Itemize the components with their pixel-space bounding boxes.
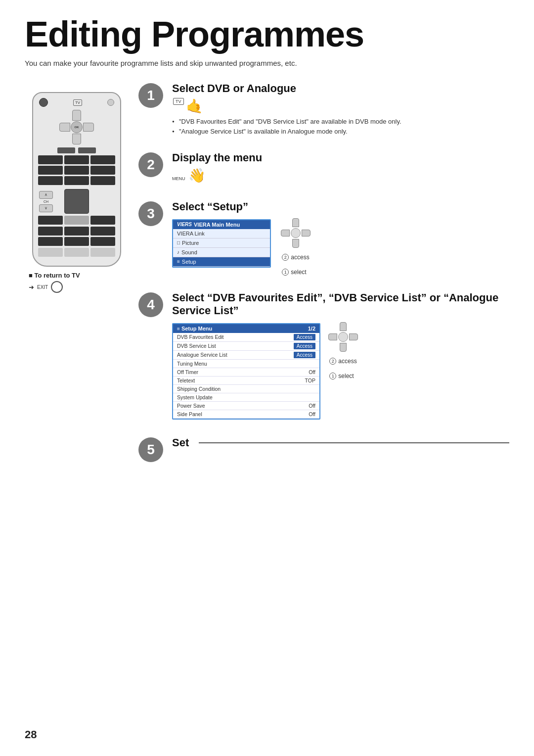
page-number: 28 — [25, 728, 37, 741]
remote-btn-e[interactable] — [64, 227, 89, 236]
remote-num-9[interactable] — [90, 176, 115, 185]
remote-ch-up[interactable]: ∧ — [39, 191, 53, 199]
exit-button[interactable] — [51, 281, 63, 293]
remote-top-left-btn[interactable] — [39, 98, 48, 107]
menu-item-picture-label: Picture — [182, 240, 199, 246]
exit-text: EXIT — [37, 284, 48, 290]
remote-btn-b[interactable] — [64, 216, 89, 225]
step-5: 5 Set — [138, 436, 509, 462]
menu-text-label: MENU — [172, 176, 185, 181]
remote-ch-section: ∧ CH ∨ — [39, 189, 114, 214]
viera-logo: VIERS — [177, 222, 192, 227]
remote-btn-g[interactable] — [38, 237, 63, 246]
remote-num-1[interactable] — [38, 155, 63, 164]
nav-down-4 — [340, 343, 347, 352]
nav-right-3 — [302, 230, 311, 236]
step-3-content: Select “Setup” VIERS VIERA Main Menu VIE… — [172, 200, 509, 278]
access-label-3: 2 access — [282, 254, 309, 261]
access-text-3: access — [291, 254, 309, 261]
nav-dpad-4 — [328, 322, 358, 352]
access-text-4: access — [338, 358, 356, 365]
main-menu-box: VIERS VIERA Main Menu VIERA Link □ Pictu… — [172, 219, 271, 268]
remote-grid-1 — [38, 155, 115, 185]
dpad-down[interactable] — [72, 134, 81, 144]
step-3-title: Select “Setup” — [172, 200, 509, 213]
step-3-labels: 2 access 1 select — [282, 252, 309, 278]
hand-icon-2: 👋 — [188, 167, 206, 184]
dpad: OK — [59, 110, 94, 144]
step-4-nav: 2 access 1 select — [328, 322, 358, 381]
remote-num-5[interactable] — [64, 166, 89, 175]
setup-menu-header: ≡ Setup Menu 1/2 — [173, 324, 319, 333]
setup-menu-area: ≡ Setup Menu 1/2 DVB Favourites Edit Acc… — [172, 320, 320, 423]
nav-ok-3 — [291, 228, 301, 238]
remote-btn-f[interactable] — [90, 227, 115, 236]
access-label-4: 2 access — [329, 358, 356, 365]
dpad-container: OK — [37, 110, 116, 144]
step-2-icon-area: MENU 👋 — [172, 167, 509, 184]
remote-btn-l[interactable] — [90, 248, 115, 257]
menu-item-setup: ≡ Setup — [173, 257, 270, 267]
remote-control: TV OK — [32, 92, 121, 267]
nav-up-4 — [340, 322, 347, 331]
remote-num-6[interactable] — [90, 166, 115, 175]
step-3-menu-area: VIERS VIERA Main Menu VIERA Link □ Pictu… — [172, 216, 271, 271]
setup-icon: ≡ — [177, 259, 180, 264]
remote-num-2[interactable] — [64, 155, 89, 164]
setup-menu-title: ≡ Setup Menu — [177, 326, 212, 331]
main-layout: TV OK — [25, 82, 509, 475]
remote-btn-h[interactable] — [64, 237, 89, 246]
setup-row-shipping: Shipping Condition — [173, 385, 319, 393]
remote-num-8[interactable] — [64, 176, 89, 185]
return-section: ■ To return to TV ➜ EXIT — [25, 272, 129, 293]
bullet-1: "DVB Favourites Edit" and "DVB Service L… — [172, 117, 509, 126]
dpad-left[interactable] — [59, 123, 70, 132]
remote-num-3[interactable] — [90, 155, 115, 164]
remote-rect-row — [37, 147, 116, 153]
menu-item-sound: ♪ Sound — [173, 248, 270, 257]
step-3-number: 3 — [138, 201, 163, 226]
dpad-right[interactable] — [83, 123, 94, 132]
setup-menu-page: 1/2 — [308, 326, 315, 331]
menu-item-sound-label: Sound — [181, 249, 197, 255]
remote-btn-k[interactable] — [64, 248, 89, 257]
remote-num-7[interactable] — [38, 176, 63, 185]
step-2-title: Display the menu — [172, 151, 509, 164]
picture-icon: □ — [177, 240, 180, 245]
remote-btn-c[interactable] — [90, 216, 115, 225]
remote-rect-btn-2[interactable] — [78, 147, 96, 153]
remote-num-4[interactable] — [38, 166, 63, 175]
setup-row-side-panel: Side Panel Off — [173, 410, 319, 419]
step-1-number: 1 — [138, 83, 163, 108]
setup-row-tuning: Tuning Menu — [173, 360, 319, 368]
setup-row-teletext: Teletext TOP — [173, 377, 319, 385]
remote-center-btn[interactable] — [64, 189, 89, 214]
step-1-content: Select DVB or Analogue TV 🤙 "DVB Favouri… — [172, 82, 509, 137]
select-label-3: 1 select — [282, 269, 309, 276]
step-4-number: 4 — [138, 292, 163, 317]
dpad-up[interactable] — [72, 110, 81, 121]
remote-rect-btn-1[interactable] — [57, 147, 75, 153]
remote-btn-a[interactable] — [38, 216, 63, 225]
remote-btn-d[interactable] — [38, 227, 63, 236]
setup-row-analogue: Analogue Service List Access — [173, 351, 319, 360]
remote-btn-j[interactable] — [38, 248, 63, 257]
circle-2-icon-4: 2 — [329, 358, 336, 365]
step-4-inner: ≡ Setup Menu 1/2 DVB Favourites Edit Acc… — [172, 320, 509, 423]
remote-ch-down[interactable]: ∨ — [39, 204, 53, 212]
remote-ch-label: CH — [39, 200, 53, 203]
nav-left-3 — [281, 230, 290, 236]
step-1-icon-area: TV 🤙 — [172, 98, 509, 114]
menu-item-viera-link: VIERA Link — [173, 229, 270, 238]
remote-top-right-btn[interactable] — [107, 99, 114, 106]
remote-ch-buttons: ∧ CH ∨ — [39, 191, 53, 212]
remote-area: TV OK — [25, 92, 129, 293]
step-2-content: Display the menu MENU 👋 — [172, 151, 509, 187]
hand-icon-1: 🤙 — [186, 98, 203, 114]
remote-btn-i[interactable] — [90, 237, 115, 246]
menu-item-setup-label: Setup — [182, 259, 196, 265]
menu-item-picture: □ Picture — [173, 238, 270, 248]
setup-menu-box: ≡ Setup Menu 1/2 DVB Favourites Edit Acc… — [172, 323, 320, 420]
dpad-ok[interactable]: OK — [71, 121, 83, 133]
bullet-2: "Analogue Service List" is available in … — [172, 127, 509, 136]
